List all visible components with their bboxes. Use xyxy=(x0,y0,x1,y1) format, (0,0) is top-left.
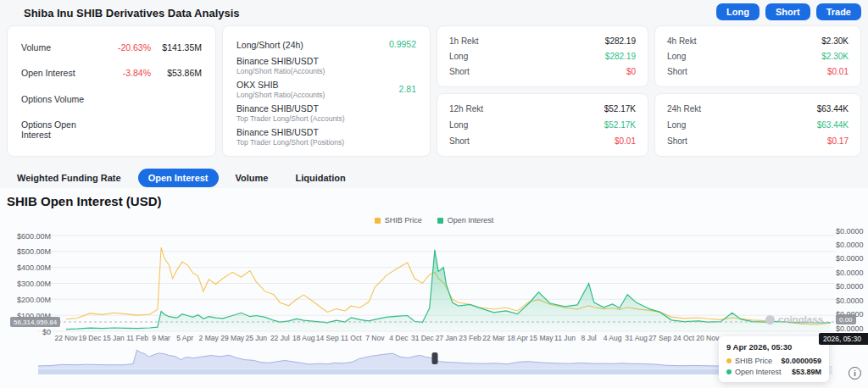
rekt-long-value: $63.44K xyxy=(817,120,849,130)
chart-tooltip: 9 Apr 2026, 05:30 SHIB Price $0.0000059 … xyxy=(719,336,829,382)
stat-change: -3.84% xyxy=(107,68,151,78)
ratio-label: Binance SHIB/USDT xyxy=(236,127,416,137)
chart-tabs: Weighted Funding Rate Open Interest Volu… xyxy=(7,169,356,187)
rekt-title: 24h Rekt xyxy=(667,104,817,114)
tooltip-label: Open Interest xyxy=(735,368,782,376)
tab-liquidation[interactable]: Liquidation xyxy=(285,169,355,187)
stat-label: Open Interest xyxy=(21,68,107,78)
rekt-card-24h: 24h Rekt$63.44K Long$63.44K Short$0.17 xyxy=(654,93,861,157)
ratio-row-binance-accounts: Binance SHIB/USDT Long/Short Ratio(Accou… xyxy=(236,56,416,75)
open-interest-chart[interactable] xyxy=(0,212,868,337)
stat-label: Volume xyxy=(21,42,107,53)
tab-weighted-funding-rate[interactable]: Weighted Funding Rate xyxy=(7,169,131,187)
rekt-long-value: $282.19 xyxy=(605,52,636,61)
ratio-label: OKX SHIB xyxy=(236,80,399,90)
stat-row-options-volume: Options Volume xyxy=(21,94,202,104)
ratio-sublabel: Top Trader Long/Short (Accounts) xyxy=(236,114,416,123)
long-button[interactable]: Long xyxy=(716,3,760,20)
tooltip-row-open-interest: Open Interest $53.89M xyxy=(726,368,821,376)
short-button[interactable]: Short xyxy=(765,3,810,20)
rekt-long-value: $52.17K xyxy=(604,120,636,130)
rekt-total: $2.30K xyxy=(821,36,849,46)
ratio-row-okx: OKX SHIB Long/Short Ratio(Accounts) 2.81 xyxy=(236,80,416,99)
tab-open-interest[interactable]: Open Interest xyxy=(138,169,219,187)
stat-row-options-open-interest: Options Open Interest xyxy=(21,119,202,140)
rekt-long-label: Long xyxy=(449,120,604,130)
tooltip-row-price: SHIB Price $0.0000059 xyxy=(726,357,821,365)
ratio-label: Binance SHIB/USDT xyxy=(236,103,416,114)
tooltip-date: 9 Apr 2026, 05:30 xyxy=(726,342,821,352)
long-short-ratio-card: Long/Short (24h) 0.9952 Binance SHIB/USD… xyxy=(222,25,431,157)
stat-label: Options Volume xyxy=(21,94,107,104)
rekt-total: $52.17K xyxy=(604,104,636,114)
ratio-label: Long/Short (24h) xyxy=(236,40,303,50)
rekt-short-label: Short xyxy=(667,67,827,76)
stat-change: -20.63% xyxy=(107,42,151,53)
ratio-row-24h: Long/Short (24h) 0.9952 xyxy=(236,36,416,52)
chart-title: SHIB Open Interest (USD) xyxy=(7,194,162,208)
open-interest-dot-icon xyxy=(726,369,732,374)
stat-row-open-interest: Open Interest -3.84% $53.86M xyxy=(21,68,202,78)
crosshair-date-tag: 2026, 05:30 xyxy=(819,333,868,345)
rekt-short-value: $0.17 xyxy=(827,136,849,146)
ratio-value: 0.9952 xyxy=(389,39,416,49)
navigator-handle-left[interactable] xyxy=(432,352,438,364)
stat-row-volume: Volume -20.63% $141.35M xyxy=(21,42,202,53)
stat-label: Options Open Interest xyxy=(21,119,107,140)
price-dot-icon xyxy=(726,358,732,363)
tooltip-value: $53.89M xyxy=(792,368,821,376)
rekt-long-label: Long xyxy=(667,52,821,61)
ratio-value: 2.81 xyxy=(399,84,416,94)
ratio-sublabel: Long/Short Ratio(Accounts) xyxy=(236,91,399,99)
navigator-track xyxy=(38,369,832,375)
ratio-label: Binance SHIB/USDT xyxy=(236,56,416,66)
header-actions: Long Short Trade xyxy=(716,3,861,20)
page-title: Shiba Inu SHIB Derivatives Data Analysis xyxy=(24,7,240,19)
tooltip-value: $0.0000059 xyxy=(781,357,821,365)
rekt-total: $63.44K xyxy=(817,104,849,114)
rekt-long-label: Long xyxy=(449,52,605,61)
stat-value: $53.86M xyxy=(151,68,202,78)
stat-value: $141.35M xyxy=(151,42,202,53)
derivatives-dashboard: Shiba Inu SHIB Derivatives Data Analysis… xyxy=(0,0,868,388)
rekt-short-label: Short xyxy=(449,67,626,76)
rekt-long-value: $2.30K xyxy=(821,52,849,61)
tooltip-label: SHIB Price xyxy=(735,357,772,365)
rekt-card-12h: 12h Rekt$52.17K Long$52.17K Short$0.01 xyxy=(437,93,648,157)
ratio-row-top-trader-accounts: Binance SHIB/USDT Top Trader Long/Short … xyxy=(236,103,416,123)
rekt-title: 12h Rekt xyxy=(449,104,604,114)
tab-volume[interactable]: Volume xyxy=(225,169,279,187)
rekt-total: $282.19 xyxy=(605,36,636,46)
rekt-short-value: $0 xyxy=(626,67,636,76)
rekt-card-4h: 4h Rekt$2.30K Long$2.30K Short$0.01 xyxy=(654,25,861,87)
info-icon[interactable]: i xyxy=(849,367,861,380)
rekt-short-value: $0.01 xyxy=(615,136,636,146)
ratio-sublabel: Long/Short Ratio(Accounts) xyxy=(236,67,416,75)
rekt-title: 1h Rekt xyxy=(449,36,605,46)
rekt-short-value: $0.01 xyxy=(827,67,849,76)
rekt-short-label: Short xyxy=(449,136,615,146)
rekt-card-1h: 1h Rekt$282.19 Long$282.19 Short$0 xyxy=(437,25,648,87)
rekt-short-label: Short xyxy=(667,136,827,146)
ratio-row-top-trader-positions: Binance SHIB/USDT Top Trader Long/Short … xyxy=(236,127,416,147)
market-stats-card: Volume -20.63% $141.35M Open Interest -3… xyxy=(7,25,216,157)
rekt-title: 4h Rekt xyxy=(667,36,821,46)
ratio-sublabel: Top Trader Long/Short (Positions) xyxy=(236,138,416,147)
trade-button[interactable]: Trade xyxy=(816,3,861,20)
rekt-long-label: Long xyxy=(667,120,817,130)
